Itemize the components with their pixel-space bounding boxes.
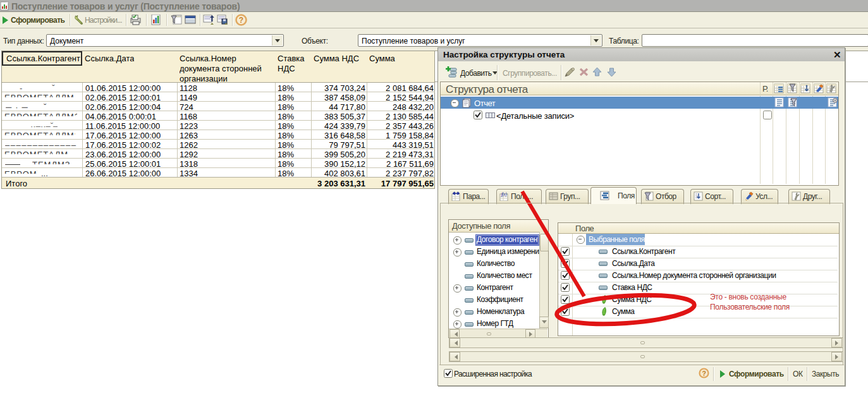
svg-text:?: ? xyxy=(702,370,706,377)
svg-text:f(x): f(x) xyxy=(501,191,508,197)
svg-text:?: ? xyxy=(239,16,243,25)
